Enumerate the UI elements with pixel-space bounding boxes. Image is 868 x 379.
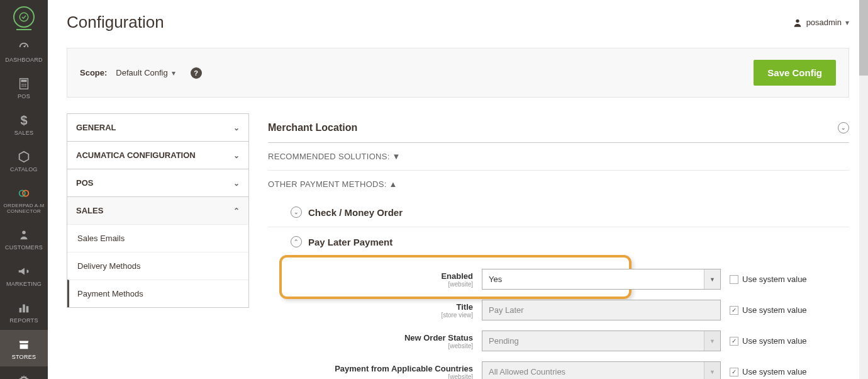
dashboard-icon [17, 40, 31, 54]
tab-sales-emails[interactable]: Sales Emails [67, 224, 248, 252]
gear-icon [17, 374, 31, 379]
svg-rect-14 [26, 306, 29, 312]
chevron-down-icon: ⌄ [233, 179, 240, 188]
sidebar-label: DASHBOARD [1, 57, 47, 63]
admin-sidebar: DASHBOARD POS $ SALES CATALOG ORDERPAD A… [0, 0, 48, 379]
sidebar-label: POS [1, 93, 47, 99]
field-hint: [store view] [291, 312, 473, 319]
svg-rect-2 [21, 80, 26, 82]
scrollbar[interactable] [859, 0, 868, 379]
tab-payment-methods[interactable]: Payment Methods [67, 280, 248, 307]
sidebar-label: STORES [1, 354, 47, 360]
page-title: Configuration [67, 13, 164, 32]
svg-point-16 [796, 19, 799, 22]
sidebar-label: ORDERPAD A-M CONNECTOR [1, 203, 47, 214]
svg-point-5 [25, 84, 26, 85]
reports-icon [17, 301, 31, 315]
catalog-icon [17, 150, 31, 164]
sidebar-item-dashboard[interactable]: DASHBOARD [0, 33, 48, 69]
checkbox-icon: ✓ [730, 337, 738, 346]
accordion-acumatica[interactable]: ACUMATICA CONFIGURATION ⌄ [67, 142, 248, 169]
section-merchant-location[interactable]: Merchant Location ⌄ [268, 113, 849, 143]
other-payment-methods-toggle[interactable]: OTHER PAYMENT METHODS: ▲ [268, 171, 849, 198]
accordion-general[interactable]: GENERAL ⌄ [67, 114, 248, 141]
sidebar-item-marketing[interactable]: MARKETING [0, 257, 48, 293]
logo-icon [13, 6, 35, 28]
collapse-icon: ⌄ [838, 122, 849, 133]
countries-select: All Allowed Countries ▼ [482, 361, 721, 379]
tab-delivery-methods[interactable]: Delivery Methods [67, 252, 248, 280]
field-label-countries: Payment from Applicable Countries [291, 364, 473, 373]
field-hint: [website] [291, 373, 473, 380]
field-label-title: Title [291, 302, 473, 312]
scope-label: Scope: [80, 68, 107, 77]
sidebar-label: CATALOG [1, 166, 47, 173]
select-arrow-icon: ▼ [704, 269, 720, 289]
megaphone-icon [17, 264, 31, 278]
sidebar-item-reports[interactable]: REPORTS [0, 293, 48, 330]
svg-rect-13 [23, 305, 25, 313]
dollar-icon: $ [17, 113, 31, 127]
help-icon[interactable]: ? [191, 67, 202, 79]
chevron-down-icon: ▾ [845, 18, 849, 27]
sidebar-item-connector[interactable]: ORDERPAD A-M CONNECTOR [0, 179, 48, 220]
svg-point-6 [21, 86, 23, 87]
sidebar-item-catalog[interactable]: CATALOG [0, 142, 48, 179]
sidebar-item-system[interactable]: SYSTEM [0, 366, 48, 379]
chevron-up-icon: ⌃ [233, 206, 240, 215]
pos-icon [17, 77, 31, 91]
section-pay-later[interactable]: ⌃ Pay Later Payment [268, 227, 849, 256]
username: posadmin [806, 18, 842, 27]
use-system-checkbox-status[interactable]: ✓ Use system value [730, 336, 807, 346]
svg-point-0 [19, 13, 28, 21]
sidebar-item-sales[interactable]: $ SALES [0, 106, 48, 142]
status-select: Pending ▼ [482, 331, 721, 351]
stores-icon [17, 337, 31, 351]
use-system-checkbox-countries[interactable]: ✓ Use system value [730, 367, 807, 376]
chevron-down-icon: ⌄ [233, 123, 240, 132]
scope-bar: Scope: Default Config ▾ ? Save Config [67, 48, 849, 98]
svg-point-4 [23, 84, 25, 85]
accordion-pos[interactable]: POS ⌄ [67, 169, 248, 196]
sidebar-item-stores[interactable]: STORES [0, 330, 48, 366]
checkbox-icon [730, 275, 738, 284]
svg-rect-12 [19, 308, 22, 312]
main-content: Configuration posadmin ▾ Scope: Default … [48, 0, 868, 379]
field-hint: [website] [291, 342, 473, 349]
field-label-status: New Order Status [291, 333, 473, 342]
scope-selector[interactable]: Default Config ▾ [116, 68, 175, 77]
save-config-button[interactable]: Save Config [754, 60, 836, 86]
recommended-solutions-toggle[interactable]: RECOMMENDED SOLUTIONS: ▼ [268, 143, 849, 171]
accordion-sales[interactable]: SALES ⌃ [67, 197, 248, 224]
svg-point-8 [25, 86, 26, 87]
checkbox-icon: ✓ [730, 368, 738, 376]
chevron-down-icon: ▾ [172, 69, 175, 77]
chevron-down-icon: ⌄ [233, 151, 240, 160]
use-system-checkbox-title[interactable]: ✓ Use system value [730, 305, 807, 315]
connector-icon [17, 186, 31, 200]
sidebar-item-pos[interactable]: POS [0, 69, 48, 106]
title-input: Pay Later [482, 300, 721, 320]
user-menu[interactable]: posadmin ▾ [793, 18, 849, 28]
use-system-checkbox-enabled[interactable]: Use system value [730, 274, 807, 284]
sidebar-label: SALES [1, 130, 47, 136]
svg-point-3 [21, 84, 23, 85]
field-label-enabled: Enabled [291, 271, 473, 281]
svg-point-11 [22, 231, 26, 235]
field-hint: [website] [291, 281, 473, 288]
svg-point-7 [23, 86, 25, 87]
collapse-icon: ⌃ [291, 236, 302, 247]
sidebar-item-customers[interactable]: CUSTOMERS [0, 220, 48, 257]
scrollbar-thumb[interactable] [859, 0, 868, 76]
section-check-money-order[interactable]: ⌄ Check / Money Order [268, 198, 849, 227]
config-form: Merchant Location ⌄ RECOMMENDED SOLUTION… [268, 113, 849, 379]
customers-icon [17, 228, 31, 242]
checkbox-icon: ✓ [730, 306, 738, 315]
expand-icon: ⌄ [291, 206, 302, 218]
enabled-select[interactable]: Yes ▼ [482, 269, 721, 290]
config-tabs: GENERAL ⌄ ACUMATICA CONFIGURATION ⌄ POS … [67, 113, 249, 379]
sidebar-label: CUSTOMERS [1, 244, 47, 251]
sidebar-label: MARKETING [1, 281, 47, 287]
select-arrow-icon: ▼ [704, 362, 720, 379]
sidebar-label: REPORTS [1, 317, 47, 324]
